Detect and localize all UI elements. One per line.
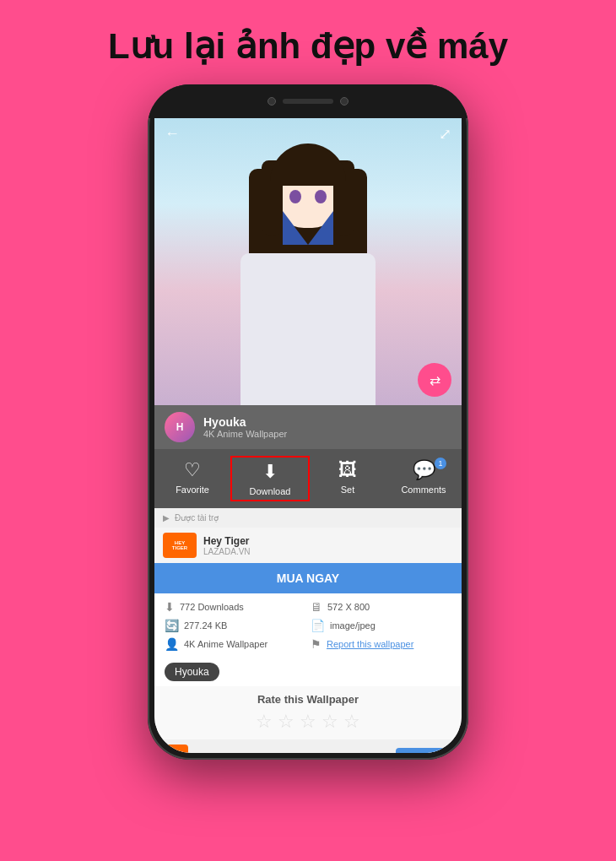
bottom-ad-bar: HEYTIGER Hey Tiger I Vietnam Mua ngay	[154, 739, 462, 753]
ad-text: Được tài trợ	[175, 513, 219, 523]
action-bar: ♡ Favorite ⬇ Download 🖼 Set 💬 1 Comments	[154, 449, 462, 508]
resolution-value: 572 X 800	[327, 602, 370, 612]
comment-badge: 1	[435, 458, 446, 469]
phone-mockup: ← ⤢ ⇄ H Hyouka 4K Anime Wallpaper ♡	[148, 84, 468, 760]
set-wallpaper-icon: 🖼	[338, 459, 357, 481]
tag-row: Hyouka	[154, 658, 462, 686]
filesize-value: 277.24 KB	[184, 620, 227, 631]
comment-icon: 💬	[413, 459, 435, 481]
stat-downloads: ⬇ 772 Downloads	[165, 600, 305, 614]
sponsor-logo-text: HEYTIGER	[172, 540, 187, 550]
phone-camera	[267, 97, 276, 106]
crop-icon[interactable]: ⤢	[439, 125, 451, 144]
info-text-block: Hyouka 4K Anime Wallpaper	[203, 415, 451, 439]
wallpaper-image: ← ⤢ ⇄	[154, 118, 462, 405]
buy-now-button[interactable]: MUA NGAY	[154, 563, 462, 593]
stat-report[interactable]: ⚑ Report this wallpaper	[311, 637, 451, 651]
author-icon: 👤	[165, 637, 179, 651]
phone-frame: ← ⤢ ⇄ H Hyouka 4K Anime Wallpaper ♡	[148, 84, 468, 760]
sponsor-logo: HEYTIGER	[163, 533, 197, 558]
bottom-ad-logo: HEYTIGER	[163, 745, 188, 753]
stats-grid: ⬇ 772 Downloads 🖥 572 X 800 🔄 277.24 KB …	[154, 593, 462, 658]
wallpaper-category: 4K Anime Wallpaper	[203, 429, 451, 439]
star-2[interactable]: ☆	[278, 711, 294, 733]
filetype-icon: 📄	[311, 619, 325, 632]
phone-speaker	[283, 99, 333, 104]
download-button[interactable]: ⬇ Download	[230, 456, 310, 501]
comments-label: Comments	[401, 485, 446, 495]
bottom-ad-button[interactable]: Mua ngay	[396, 748, 453, 753]
anime-figure	[215, 135, 401, 405]
ad-play-icon: ▶	[163, 513, 170, 523]
page-title: Lưu lại ảnh đẹp về máy	[108, 25, 508, 68]
star-3[interactable]: ☆	[300, 711, 316, 733]
stat-resolution: 🖥 572 X 800	[311, 600, 451, 614]
tag-chip[interactable]: Hyouka	[165, 663, 219, 681]
resolution-icon: 🖥	[311, 600, 322, 614]
rate-title: Rate this Wallpaper	[257, 693, 359, 706]
stat-author: 👤 4K Anime Wallpaper	[165, 637, 305, 651]
sponsor-name: Hey Tiger	[203, 535, 453, 547]
eye-right	[315, 190, 327, 203]
bottom-ad-text: Hey Tiger I Vietnam	[195, 752, 389, 753]
download-label: Download	[250, 486, 291, 496]
set-label: Set	[341, 485, 355, 495]
sponsor-sub: LAZADA.VN	[203, 547, 453, 556]
phone-notch	[148, 84, 468, 118]
share-icon: ⇄	[430, 372, 440, 388]
favorite-label: Favorite	[176, 485, 209, 495]
report-link[interactable]: Report this wallpaper	[327, 639, 413, 649]
avatar: H	[165, 412, 195, 442]
uniform-collar	[283, 211, 333, 245]
author-value: 4K Anime Wallpaper	[184, 639, 267, 649]
ad-indicator: ▶ Được tài trợ	[154, 508, 462, 528]
phone-screen: ← ⤢ ⇄ H Hyouka 4K Anime Wallpaper ♡	[154, 118, 462, 753]
stat-filesize: 🔄 277.24 KB	[165, 619, 305, 632]
filesize-icon: 🔄	[165, 619, 179, 632]
downloads-value: 772 Downloads	[180, 602, 244, 612]
back-icon[interactable]: ←	[165, 125, 180, 143]
sponsor-info: Hey Tiger LAZADA.VN	[203, 535, 453, 556]
star-5[interactable]: ☆	[343, 711, 360, 733]
star-1[interactable]: ☆	[256, 711, 273, 733]
info-panel: H Hyouka 4K Anime Wallpaper	[154, 405, 462, 449]
download-icon: ⬇	[262, 461, 278, 483]
star-4[interactable]: ☆	[322, 711, 338, 733]
hair-top	[270, 144, 346, 186]
heart-icon: ♡	[184, 459, 201, 481]
stars-row[interactable]: ☆ ☆ ☆ ☆ ☆	[256, 711, 360, 733]
stat-filetype: 📄 image/jpeg	[311, 619, 451, 632]
phone-camera-2	[340, 97, 349, 106]
filetype-value: image/jpeg	[330, 620, 376, 631]
comments-button[interactable]: 💬 1 Comments	[386, 456, 462, 501]
set-button[interactable]: 🖼 Set	[310, 456, 386, 501]
eye-left	[289, 190, 301, 203]
rate-section: Rate this Wallpaper ☆ ☆ ☆ ☆ ☆	[154, 686, 462, 739]
downloads-icon: ⬇	[165, 600, 175, 614]
wallpaper-title: Hyouka	[203, 415, 451, 429]
uniform-body	[240, 253, 376, 405]
favorite-button[interactable]: ♡ Favorite	[154, 456, 230, 501]
flag-icon: ⚑	[311, 637, 322, 651]
share-fab-button[interactable]: ⇄	[418, 363, 451, 397]
sponsor-row: HEYTIGER Hey Tiger LAZADA.VN	[154, 528, 462, 563]
